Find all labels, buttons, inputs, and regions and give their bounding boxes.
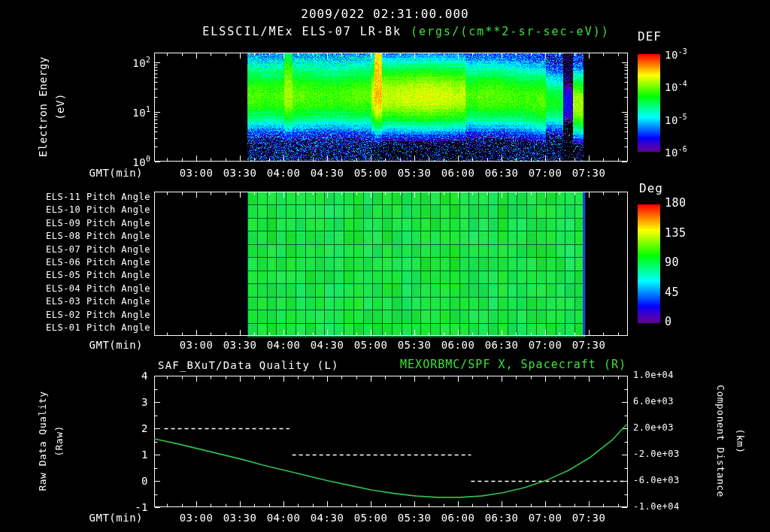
panel2-x-tick-label: 05:00 xyxy=(354,339,388,351)
distance-tick-label: 2.0e+03 xyxy=(633,423,674,434)
energy-tick-label: 100 xyxy=(132,155,150,168)
panel3-x-tick-label: 05:00 xyxy=(354,512,388,524)
panel3-right-ylabel-units: (km) xyxy=(735,428,746,453)
panel1-x-tick-label: 04:30 xyxy=(311,167,344,179)
deg-scale-tick-label: 45 xyxy=(665,286,679,299)
deg-scale-tick-label: 135 xyxy=(665,227,687,240)
panel2-x-tick-label: 07:00 xyxy=(529,339,562,351)
quality-tick-label: 4 xyxy=(141,370,148,382)
def-scale-tick-label: 10-5 xyxy=(665,113,687,126)
energy-tick-label: 102 xyxy=(132,56,150,69)
pitch-row-label: ELS-04 Pitch Angle xyxy=(46,284,150,295)
panel1-x-tick-label: 03:30 xyxy=(223,167,257,179)
panel1-x-tick-label: 06:30 xyxy=(485,167,519,179)
panel3-left-ylabel-units: (Raw) xyxy=(54,425,65,457)
panel2-x-tick-label: 04:00 xyxy=(267,339,301,351)
panel3-x-tick-label: 05:30 xyxy=(398,512,432,524)
panel3-title-left: SAF_BXuT/Data Quality (L) xyxy=(158,359,339,371)
panel1-x-tick-label: 03:00 xyxy=(180,167,214,179)
panel1-title-units: (ergs/(cm**2-sr-sec-eV)) xyxy=(411,25,610,38)
deg-scale-tick-label: 90 xyxy=(665,256,679,269)
distance-tick-label: 6.0e+03 xyxy=(633,397,674,407)
panel2-x-tick-label: 03:30 xyxy=(223,339,257,351)
panel2-gmt-axis-label: GMT(min) xyxy=(89,339,143,351)
quality-tick-label: 0 xyxy=(141,475,148,487)
panel1-title: ELSSCIL/MEx ELS-07 LR-Bk(ergs/(cm**2-sr-… xyxy=(202,26,610,38)
panel1-ylabel-units: (eV) xyxy=(54,93,66,120)
quality-tick-label: 2 xyxy=(141,422,148,434)
def-colorbar-title: DEF xyxy=(638,30,662,44)
panel3-gmt-axis-label: GMT(min) xyxy=(89,512,143,524)
panel3-title-right: MEXORBMC/SPF X, Spacecraft (R) xyxy=(400,358,626,371)
panel3-x-tick-label: 03:00 xyxy=(180,512,214,524)
pitch-row-label: ELS-09 Pitch Angle xyxy=(46,219,150,229)
pitch-row-label: ELS-10 Pitch Angle xyxy=(46,205,150,216)
panel3-x-tick-label: 06:00 xyxy=(441,512,475,524)
distance-tick-label: -1.0e+04 xyxy=(633,502,680,512)
panel2-x-tick-label: 05:30 xyxy=(398,339,432,351)
pitch-row-label: ELS-01 Pitch Angle xyxy=(46,323,150,334)
panel1-x-tick-label: 05:30 xyxy=(398,167,432,179)
panel1-x-tick-label: 05:00 xyxy=(354,167,388,179)
distance-tick-label: -2.0e+03 xyxy=(633,449,680,460)
pitch-row-label: ELS-07 Pitch Angle xyxy=(46,245,150,255)
panel1-title-main: ELSSCIL/MEx ELS-07 LR-Bk xyxy=(202,25,402,38)
panel2-x-tick-label: 03:00 xyxy=(180,339,214,351)
panel2-x-tick-label: 06:00 xyxy=(441,339,475,351)
panel3-right-ylabel-text: Component Distance xyxy=(715,385,726,497)
def-scale-tick-label: 10-6 xyxy=(665,145,687,159)
deg-scale-tick-label: 0 xyxy=(665,316,672,328)
pitch-row-label: ELS-11 Pitch Angle xyxy=(46,192,150,203)
panel1-x-tick-label: 06:00 xyxy=(441,167,475,179)
pitch-row-label: ELS-08 Pitch Angle xyxy=(46,231,150,242)
pitch-row-label: ELS-06 Pitch Angle xyxy=(46,258,150,268)
deg-scale-tick-label: 180 xyxy=(665,197,687,210)
energy-tick-label: 101 xyxy=(132,105,150,119)
def-scale-tick-label: 10-3 xyxy=(665,47,687,61)
pitch-row-label: ELS-05 Pitch Angle xyxy=(46,271,150,281)
panel3-x-tick-label: 07:00 xyxy=(529,512,562,524)
panel3-left-ylabel-text: Raw Data Quality xyxy=(38,391,49,491)
mex-els-plot-screen: 2009/022 02:31:00.000 ELSSCIL/MEx ELS-07… xyxy=(0,0,770,532)
deg-colorbar-title: Deg xyxy=(639,182,663,195)
panel2-x-tick-label: 07:30 xyxy=(572,339,606,351)
panel2-x-tick-label: 06:30 xyxy=(485,339,519,351)
def-scale-tick-label: 10-4 xyxy=(665,80,687,93)
quality-tick-label: 1 xyxy=(141,449,148,461)
quality-tick-label: -1 xyxy=(135,501,148,513)
distance-tick-label: 1.0e+04 xyxy=(633,370,674,381)
panel1-x-tick-label: 07:00 xyxy=(529,167,562,179)
panel2-x-tick-label: 04:30 xyxy=(311,339,344,351)
pitch-row-label: ELS-03 Pitch Angle xyxy=(46,297,150,307)
panel3-x-tick-label: 03:30 xyxy=(223,512,257,524)
panel3-x-tick-label: 04:00 xyxy=(267,512,301,524)
panel3-x-tick-label: 06:30 xyxy=(485,512,519,524)
pitch-row-label: ELS-02 Pitch Angle xyxy=(46,310,150,321)
distance-tick-label: -6.0e+03 xyxy=(633,476,680,486)
page-title: 2009/022 02:31:00.000 xyxy=(301,8,468,21)
quality-tick-label: 3 xyxy=(141,396,148,408)
panel3-x-tick-label: 04:30 xyxy=(311,512,344,524)
panel1-ylabel-text: Electron Energy xyxy=(37,56,49,157)
panel1-x-tick-label: 04:00 xyxy=(267,167,301,179)
panel1-gmt-axis-label: GMT(min) xyxy=(89,167,143,179)
panel1-x-tick-label: 07:30 xyxy=(572,167,606,179)
panel3-x-tick-label: 07:30 xyxy=(572,512,606,524)
